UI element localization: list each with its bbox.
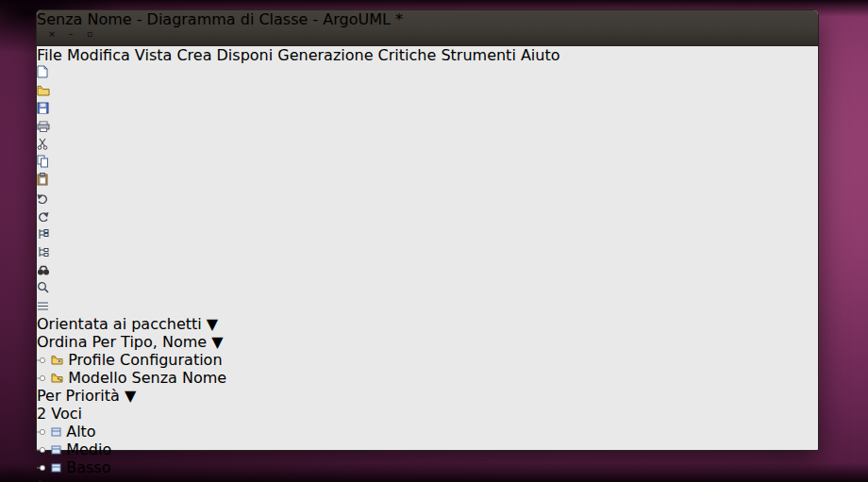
todo-filter-value: Per Priorità [37, 387, 120, 405]
todo-item-label: Alto [66, 423, 95, 440]
main-content: Orientata ai pacchetti ▼ Ordina Per Tipo… [37, 297, 818, 482]
chevron-down-icon[interactable]: ▼ [207, 315, 218, 333]
titlebar[interactable]: × – ▫ Senza Nome - Diagramma di Classe -… [37, 10, 818, 46]
perspective-config-icon [37, 301, 49, 311]
cursor-arrow-icon [37, 478, 47, 482]
menu-vista[interactable]: Vista [135, 46, 172, 64]
todo-row[interactable]: Alto [37, 423, 818, 440]
window-title: Senza Nome - Diagramma di Classe - ArgoU… [37, 10, 818, 28]
todo-item-icon [51, 445, 61, 455]
close-button[interactable]: × [45, 27, 58, 41]
todo-count-label: 2 Voci [37, 405, 82, 423]
tree-row[interactable]: Modello Senza Nome [37, 369, 818, 387]
todo-row[interactable]: Medio [37, 440, 818, 458]
profile-folder-icon [51, 355, 63, 365]
menubar: File Modifica Vista Crea Disponi Generaz… [37, 46, 818, 64]
todo-row[interactable]: Basso [37, 458, 818, 476]
model-folder-icon [51, 373, 63, 383]
maximize-button[interactable]: ▫ [83, 27, 96, 41]
menu-generazione[interactable]: Generazione [277, 46, 373, 64]
diagram-toolbar [37, 476, 818, 482]
chevron-down-icon[interactable]: ▼ [211, 333, 223, 351]
menu-strumenti[interactable]: Strumenti [441, 46, 515, 64]
minimize-button[interactable]: – [64, 27, 77, 41]
expander-icon[interactable] [37, 445, 46, 455]
redo-button[interactable] [37, 208, 818, 225]
tree-row[interactable]: Profile Configuration [37, 351, 818, 369]
new-button[interactable] [37, 64, 818, 82]
expander-icon[interactable] [37, 356, 46, 365]
explorer-pane: Orientata ai pacchetti ▼ Ordina Per Tipo… [37, 297, 818, 387]
expander-icon[interactable] [37, 427, 46, 437]
configure-perspectives-button[interactable] [37, 297, 818, 315]
expand-tree-button[interactable] [37, 243, 818, 261]
menu-modifica[interactable]: Modifica [67, 46, 130, 64]
menu-disponi[interactable]: Disponi [217, 46, 274, 64]
todo-item-label: Medio [66, 440, 111, 458]
right-panel: ▲ ▼ ◀ ▶ As [37, 476, 818, 482]
collapse-tree-button[interactable] [37, 225, 818, 243]
window-controls: × – ▫ [45, 27, 96, 41]
order-combobox[interactable]: Ordina Per Tipo, Nome ▼ [37, 333, 818, 351]
desktop: { "window": { "title": "Senza Nome - Dia… [0, 0, 868, 482]
todo-tree[interactable]: Alto Medio Basso [37, 423, 818, 476]
perspective-combobox[interactable]: Orientata ai pacchetti ▼ [37, 315, 818, 333]
undo-button[interactable] [37, 190, 818, 208]
todo-filter-combobox[interactable]: Per Priorità ▼ [37, 387, 818, 405]
todo-item-label: Basso [66, 458, 110, 476]
open-button[interactable] [37, 82, 818, 100]
tree-item-label: Modello Senza Nome [68, 369, 226, 387]
save-button[interactable] [37, 100, 818, 118]
copy-button[interactable] [37, 154, 818, 172]
explorer-tree[interactable]: Profile Configuration Modello Senza Nome [37, 351, 818, 387]
paste-button[interactable] [37, 172, 818, 190]
cut-button[interactable] [37, 136, 818, 154]
argouml-window: × – ▫ Senza Nome - Diagramma di Classe -… [36, 9, 819, 451]
todo-pane: Per Priorità ▼ 2 Voci Alto Medio [37, 387, 818, 476]
find-button[interactable] [37, 261, 818, 279]
zoom-button[interactable] [37, 279, 818, 297]
todo-item-icon [51, 427, 61, 437]
select-tool-button[interactable] [37, 476, 818, 482]
menu-critiche[interactable]: Critiche [378, 46, 437, 64]
order-value: Ordina Per Tipo, Nome [37, 333, 207, 351]
expander-icon[interactable] [37, 463, 46, 473]
main-toolbar [37, 64, 818, 297]
chevron-down-icon[interactable]: ▼ [125, 387, 136, 405]
perspective-value: Orientata ai pacchetti [37, 315, 202, 333]
tree-item-label: Profile Configuration [68, 351, 222, 369]
print-button[interactable] [37, 118, 818, 136]
left-panel: Orientata ai pacchetti ▼ Ordina Per Tipo… [37, 297, 818, 476]
menu-aiuto[interactable]: Aiuto [521, 46, 560, 64]
menu-crea[interactable]: Crea [176, 46, 211, 64]
expander-icon[interactable] [37, 374, 46, 383]
todo-item-icon [51, 463, 61, 473]
menu-file[interactable]: File [37, 46, 62, 64]
